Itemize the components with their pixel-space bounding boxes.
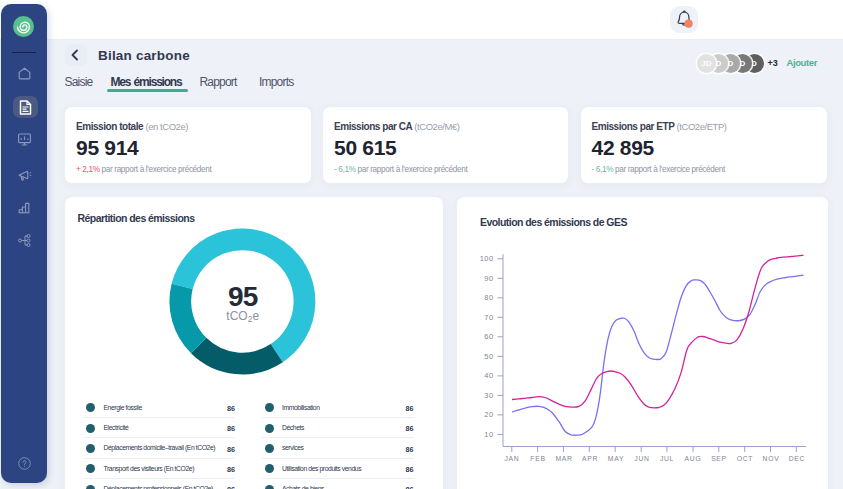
svg-text:80: 80: [484, 293, 493, 302]
svg-text:MAY: MAY: [608, 455, 624, 462]
svg-text:JUL: JUL: [660, 455, 674, 462]
svg-text:APR: APR: [582, 455, 598, 462]
svg-text:60: 60: [484, 332, 493, 341]
svg-text:50: 50: [484, 352, 493, 361]
svg-text:40: 40: [484, 371, 493, 380]
svg-text:NOV: NOV: [763, 455, 780, 462]
svg-text:MAR: MAR: [555, 455, 572, 462]
svg-text:100: 100: [480, 254, 494, 263]
svg-text:90: 90: [484, 274, 493, 283]
svg-text:DEC: DEC: [789, 455, 805, 462]
svg-text:AUG: AUG: [685, 455, 702, 462]
svg-text:JUN: JUN: [634, 455, 649, 462]
svg-text:JAN: JAN: [505, 455, 520, 462]
svg-text:SEP: SEP: [711, 455, 727, 462]
svg-text:20: 20: [484, 410, 493, 419]
svg-text:OCT: OCT: [737, 455, 753, 462]
svg-text:70: 70: [484, 313, 493, 322]
svg-text:30: 30: [484, 391, 493, 400]
svg-text:10: 10: [484, 430, 493, 439]
svg-text:FEB: FEB: [530, 455, 545, 462]
